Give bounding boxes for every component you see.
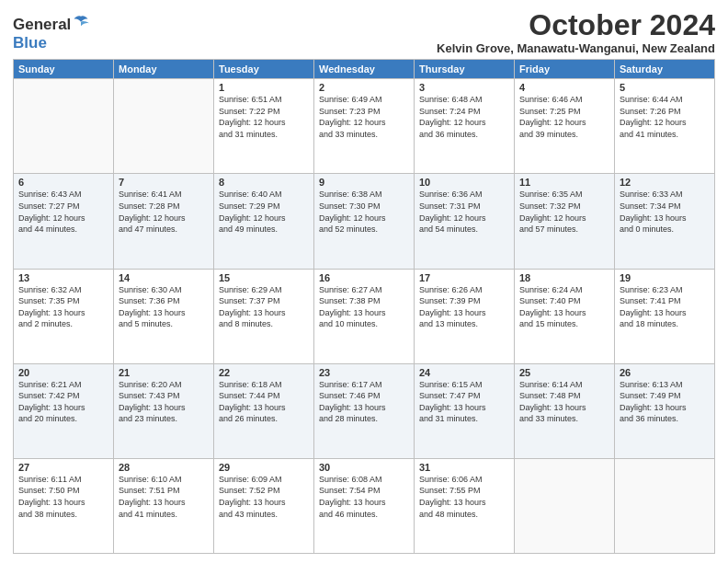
day-info: Sunrise: 6:40 AMSunset: 7:29 PMDaylight:…: [219, 189, 309, 235]
calendar-table: SundayMondayTuesdayWednesdayThursdayFrid…: [13, 59, 715, 554]
logo-blue-text: Blue: [13, 34, 47, 52]
calendar-day: 11Sunrise: 6:35 AMSunset: 7:32 PMDayligh…: [515, 174, 615, 269]
day-info: Sunrise: 6:18 AMSunset: 7:44 PMDaylight:…: [219, 379, 309, 425]
calendar-day: 6Sunrise: 6:43 AMSunset: 7:27 PMDaylight…: [14, 174, 114, 269]
subtitle: Kelvin Grove, Manawatu-Wanganui, New Zea…: [437, 41, 715, 55]
day-info: Sunrise: 6:38 AMSunset: 7:30 PMDaylight:…: [319, 189, 409, 235]
calendar-day: 5Sunrise: 6:44 AMSunset: 7:26 PMDaylight…: [615, 79, 715, 174]
day-number: 14: [119, 272, 209, 283]
day-number: 16: [319, 272, 409, 283]
calendar-day: 16Sunrise: 6:27 AMSunset: 7:38 PMDayligh…: [314, 269, 415, 363]
day-info: Sunrise: 6:32 AMSunset: 7:35 PMDaylight:…: [18, 284, 108, 330]
day-info: Sunrise: 6:36 AMSunset: 7:31 PMDaylight:…: [419, 189, 509, 235]
calendar-day: 18Sunrise: 6:24 AMSunset: 7:40 PMDayligh…: [515, 269, 615, 363]
day-info: Sunrise: 6:41 AMSunset: 7:28 PMDaylight:…: [119, 189, 209, 235]
day-number: 20: [18, 367, 108, 378]
day-info: Sunrise: 6:06 AMSunset: 7:55 PMDaylight:…: [419, 474, 509, 520]
calendar-day: 2Sunrise: 6:49 AMSunset: 7:23 PMDaylight…: [314, 79, 415, 174]
day-info: Sunrise: 6:43 AMSunset: 7:27 PMDaylight:…: [18, 189, 108, 235]
day-number: 13: [18, 272, 108, 283]
calendar-day: 15Sunrise: 6:29 AMSunset: 7:37 PMDayligh…: [214, 269, 314, 363]
day-info: Sunrise: 6:27 AMSunset: 7:38 PMDaylight:…: [319, 284, 409, 330]
day-info: Sunrise: 6:21 AMSunset: 7:42 PMDaylight:…: [18, 379, 108, 425]
day-number: 4: [519, 82, 609, 93]
day-number: 28: [119, 462, 209, 473]
title-block: October 2024 Kelvin Grove, Manawatu-Wang…: [437, 9, 715, 55]
day-info: Sunrise: 6:30 AMSunset: 7:36 PMDaylight:…: [119, 284, 209, 330]
day-info: Sunrise: 6:35 AMSunset: 7:32 PMDaylight:…: [519, 189, 609, 235]
calendar-day: 31Sunrise: 6:06 AMSunset: 7:55 PMDayligh…: [415, 458, 515, 553]
calendar-week-row: 1Sunrise: 6:51 AMSunset: 7:22 PMDaylight…: [14, 79, 715, 174]
logo: General Blue: [13, 13, 89, 52]
calendar-day: 22Sunrise: 6:18 AMSunset: 7:44 PMDayligh…: [214, 363, 314, 458]
calendar-day-empty: [14, 79, 114, 174]
day-info: Sunrise: 6:46 AMSunset: 7:25 PMDaylight:…: [519, 94, 609, 140]
calendar-day: 13Sunrise: 6:32 AMSunset: 7:35 PMDayligh…: [14, 269, 114, 363]
calendar-day: 24Sunrise: 6:15 AMSunset: 7:47 PMDayligh…: [415, 363, 515, 458]
day-info: Sunrise: 6:15 AMSunset: 7:47 PMDaylight:…: [419, 379, 509, 425]
day-info: Sunrise: 6:24 AMSunset: 7:40 PMDaylight:…: [519, 284, 609, 330]
calendar-day: 26Sunrise: 6:13 AMSunset: 7:49 PMDayligh…: [615, 363, 715, 458]
day-number: 2: [319, 82, 409, 93]
day-number: 21: [119, 367, 209, 378]
calendar-day: 30Sunrise: 6:08 AMSunset: 7:54 PMDayligh…: [314, 458, 415, 553]
day-number: 18: [519, 272, 609, 283]
day-number: 15: [219, 272, 309, 283]
header: General Blue October 2024 Kelvin Grove, …: [13, 9, 715, 55]
calendar-header-friday: Friday: [515, 60, 615, 79]
day-info: Sunrise: 6:51 AMSunset: 7:22 PMDaylight:…: [219, 94, 309, 140]
calendar-header-wednesday: Wednesday: [314, 60, 415, 79]
calendar-week-row: 20Sunrise: 6:21 AMSunset: 7:42 PMDayligh…: [14, 363, 715, 458]
calendar-day: 27Sunrise: 6:11 AMSunset: 7:50 PMDayligh…: [14, 458, 114, 553]
day-number: 8: [219, 177, 309, 188]
day-number: 22: [219, 367, 309, 378]
day-number: 10: [419, 177, 509, 188]
calendar-day: 19Sunrise: 6:23 AMSunset: 7:41 PMDayligh…: [615, 269, 715, 363]
calendar-day: 14Sunrise: 6:30 AMSunset: 7:36 PMDayligh…: [114, 269, 214, 363]
calendar-day: 28Sunrise: 6:10 AMSunset: 7:51 PMDayligh…: [114, 458, 214, 553]
day-number: 23: [319, 367, 409, 378]
logo-bird-icon: [73, 13, 89, 29]
day-number: 17: [419, 272, 509, 283]
calendar-day-empty: [515, 458, 615, 553]
calendar-day: 3Sunrise: 6:48 AMSunset: 7:24 PMDaylight…: [415, 79, 515, 174]
page: General Blue October 2024 Kelvin Grove, …: [0, 0, 728, 563]
day-info: Sunrise: 6:09 AMSunset: 7:52 PMDaylight:…: [219, 474, 309, 520]
calendar-day: 12Sunrise: 6:33 AMSunset: 7:34 PMDayligh…: [615, 174, 715, 269]
calendar-day: 17Sunrise: 6:26 AMSunset: 7:39 PMDayligh…: [415, 269, 515, 363]
day-info: Sunrise: 6:26 AMSunset: 7:39 PMDaylight:…: [419, 284, 509, 330]
calendar-header-row: SundayMondayTuesdayWednesdayThursdayFrid…: [14, 60, 715, 79]
calendar-day: 29Sunrise: 6:09 AMSunset: 7:52 PMDayligh…: [214, 458, 314, 553]
day-info: Sunrise: 6:49 AMSunset: 7:23 PMDaylight:…: [319, 94, 409, 140]
calendar-header-sunday: Sunday: [14, 60, 114, 79]
calendar-header-saturday: Saturday: [615, 60, 715, 79]
day-number: 12: [620, 177, 710, 188]
calendar-week-row: 27Sunrise: 6:11 AMSunset: 7:50 PMDayligh…: [14, 458, 715, 553]
day-info: Sunrise: 6:29 AMSunset: 7:37 PMDaylight:…: [219, 284, 309, 330]
calendar-header-thursday: Thursday: [415, 60, 515, 79]
day-number: 5: [620, 82, 710, 93]
logo-general-text: General: [13, 16, 71, 34]
day-info: Sunrise: 6:44 AMSunset: 7:26 PMDaylight:…: [620, 94, 710, 140]
day-number: 24: [419, 367, 509, 378]
calendar-day: 25Sunrise: 6:14 AMSunset: 7:48 PMDayligh…: [515, 363, 615, 458]
calendar-day: 7Sunrise: 6:41 AMSunset: 7:28 PMDaylight…: [114, 174, 214, 269]
day-number: 29: [219, 462, 309, 473]
calendar-day-empty: [615, 458, 715, 553]
day-info: Sunrise: 6:11 AMSunset: 7:50 PMDaylight:…: [18, 474, 108, 520]
day-info: Sunrise: 6:48 AMSunset: 7:24 PMDaylight:…: [419, 94, 509, 140]
calendar-day: 21Sunrise: 6:20 AMSunset: 7:43 PMDayligh…: [114, 363, 214, 458]
day-number: 3: [419, 82, 509, 93]
calendar-day: 23Sunrise: 6:17 AMSunset: 7:46 PMDayligh…: [314, 363, 415, 458]
day-number: 27: [18, 462, 108, 473]
calendar-header-tuesday: Tuesday: [214, 60, 314, 79]
calendar-day: 4Sunrise: 6:46 AMSunset: 7:25 PMDaylight…: [515, 79, 615, 174]
calendar-day: 9Sunrise: 6:38 AMSunset: 7:30 PMDaylight…: [314, 174, 415, 269]
day-number: 6: [18, 177, 108, 188]
calendar-header-monday: Monday: [114, 60, 214, 79]
calendar-week-row: 13Sunrise: 6:32 AMSunset: 7:35 PMDayligh…: [14, 269, 715, 363]
main-title: October 2024: [437, 9, 715, 41]
day-number: 31: [419, 462, 509, 473]
day-info: Sunrise: 6:17 AMSunset: 7:46 PMDaylight:…: [319, 379, 409, 425]
day-number: 19: [620, 272, 710, 283]
